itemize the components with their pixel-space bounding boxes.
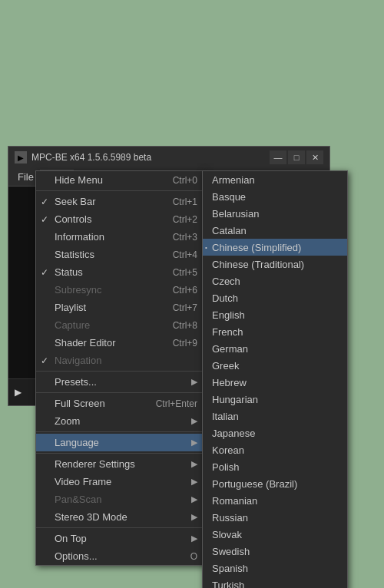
lang-item-turkish[interactable]: Turkish bbox=[203, 576, 347, 588]
shortcut-status: Ctrl+5 bbox=[173, 267, 197, 278]
lang-item-greek[interactable]: Greek bbox=[203, 357, 347, 374]
lang-item-dutch[interactable]: Dutch bbox=[203, 289, 347, 306]
view-menu-item-capture: CaptureCtrl+8 bbox=[36, 316, 204, 334]
lang-item-slovak[interactable]: Slovak bbox=[203, 526, 347, 543]
lang-item-belarusian[interactable]: Belarusian bbox=[203, 205, 347, 222]
view-menu-item-full-screen[interactable]: Full ScreenCtrl+Enter bbox=[36, 395, 204, 412]
lang-item-english[interactable]: English bbox=[203, 306, 347, 323]
app-title: MPC-BE x64 1.5.6.5989 beta bbox=[31, 152, 265, 163]
lang-item-polish[interactable]: Polish bbox=[203, 458, 347, 475]
view-menu-item-video-frame[interactable]: Video Frame▶ bbox=[36, 473, 204, 491]
label-statistics: Statistics bbox=[55, 249, 157, 260]
restore-button[interactable]: □ bbox=[288, 150, 305, 164]
lang-label-22: Swedish bbox=[212, 546, 250, 557]
play-button[interactable]: ▶ bbox=[15, 387, 22, 398]
view-menu-dropdown: Hide MenuCtrl+0✓Seek BarCtrl+1✓ControlsC… bbox=[35, 170, 204, 566]
lang-item-japanese[interactable]: Japanese bbox=[203, 424, 347, 441]
shortcut-information: Ctrl+3 bbox=[173, 232, 197, 243]
view-menu-item-playlist[interactable]: PlaylistCtrl+7 bbox=[36, 299, 204, 316]
lang-label-3: Catalan bbox=[212, 225, 247, 236]
lang-item-hebrew[interactable]: Hebrew bbox=[203, 374, 347, 391]
lang-item-chinese--simplified-[interactable]: •Chinese (Simplified) bbox=[203, 239, 347, 256]
view-menu-item-seek-bar[interactable]: ✓Seek BarCtrl+1 bbox=[36, 193, 204, 210]
shortcut-subresync: Ctrl+6 bbox=[173, 285, 197, 296]
view-menu-item-controls[interactable]: ✓ControlsCtrl+2 bbox=[36, 210, 204, 228]
label-renderer-settings: Renderer Settings bbox=[55, 458, 188, 470]
shortcut-seek-bar: Ctrl+1 bbox=[173, 197, 197, 207]
lang-label-12: Hebrew bbox=[212, 377, 247, 388]
lang-label-7: Dutch bbox=[212, 292, 238, 304]
lang-item-russian[interactable]: Russian bbox=[203, 509, 347, 526]
view-menu-item-options[interactable]: Options...O bbox=[36, 547, 204, 565]
label-status: Status bbox=[55, 266, 157, 278]
label-seek-bar: Seek Bar bbox=[55, 196, 157, 207]
close-button[interactable]: ✕ bbox=[306, 150, 323, 164]
view-menu-item-language[interactable]: Language▶ bbox=[36, 434, 204, 451]
lang-label-0: Armenian bbox=[212, 174, 255, 186]
view-menu-item-renderer-settings[interactable]: Renderer Settings▶ bbox=[36, 455, 204, 473]
lang-item-romanian[interactable]: Romanian bbox=[203, 492, 347, 509]
shortcut-statistics: Ctrl+4 bbox=[173, 249, 197, 260]
lang-label-24: Turkish bbox=[212, 580, 244, 589]
lang-label-1: Basque bbox=[212, 191, 246, 203]
view-menu-item-hide-menu[interactable]: Hide MenuCtrl+0 bbox=[36, 171, 204, 189]
language-submenu: ArmenianBasqueBelarusianCatalan•Chinese … bbox=[202, 170, 348, 588]
divider-after-stereo-3d bbox=[36, 527, 204, 528]
lang-label-10: German bbox=[212, 343, 248, 355]
check-status: ✓ bbox=[41, 267, 48, 278]
divider-after-presets bbox=[36, 392, 204, 393]
view-menu-item-zoom[interactable]: Zoom▶ bbox=[36, 412, 204, 430]
view-menu-item-on-top[interactable]: On Top▶ bbox=[36, 530, 204, 547]
label-options: Options... bbox=[55, 550, 175, 562]
divider-after-hide-menu bbox=[36, 190, 204, 191]
shortcut-controls: Ctrl+2 bbox=[173, 214, 197, 225]
minimize-button[interactable]: — bbox=[270, 150, 286, 164]
lang-item-armenian[interactable]: Armenian bbox=[203, 171, 347, 188]
label-presets: Presets... bbox=[55, 376, 188, 388]
view-menu-item-information[interactable]: InformationCtrl+3 bbox=[36, 228, 204, 246]
shortcut-full-screen: Ctrl+Enter bbox=[156, 398, 197, 409]
label-capture: Capture bbox=[55, 319, 157, 331]
app-icon-symbol: ▶ bbox=[18, 154, 24, 162]
arrow-icon-video-frame: ▶ bbox=[191, 477, 197, 487]
lang-item-czech[interactable]: Czech bbox=[203, 273, 347, 289]
title-bar: ▶ MPC-BE x64 1.5.6.5989 beta — □ ✕ bbox=[8, 147, 329, 168]
lang-item-portuguese--brazil-[interactable]: Portuguese (Brazil) bbox=[203, 475, 347, 492]
view-menu-item-pan-scan: Pan&Scan▶ bbox=[36, 491, 204, 508]
view-menu-item-status[interactable]: ✓StatusCtrl+5 bbox=[36, 263, 204, 281]
lang-item-korean[interactable]: Korean bbox=[203, 441, 347, 458]
lang-label-23: Spanish bbox=[212, 563, 248, 574]
lang-item-italian[interactable]: Italian bbox=[203, 408, 347, 424]
lang-item-chinese--traditional-[interactable]: Chinese (Traditional) bbox=[203, 256, 347, 273]
view-menu-item-presets[interactable]: Presets...▶ bbox=[36, 373, 204, 391]
lang-label-19: Romanian bbox=[212, 495, 257, 507]
lang-label-2: Belarusian bbox=[212, 208, 259, 220]
view-menu-item-statistics[interactable]: StatisticsCtrl+4 bbox=[36, 246, 204, 263]
lang-item-hungarian[interactable]: Hungarian bbox=[203, 391, 347, 408]
selected-bullet: • bbox=[205, 244, 207, 251]
lang-item-german[interactable]: German bbox=[203, 340, 347, 357]
lang-label-14: Italian bbox=[212, 411, 239, 422]
lang-label-6: Czech bbox=[212, 276, 240, 287]
lang-label-8: English bbox=[212, 309, 245, 321]
lang-item-spanish[interactable]: Spanish bbox=[203, 560, 347, 576]
lang-item-basque[interactable]: Basque bbox=[203, 188, 347, 205]
lang-item-catalan[interactable]: Catalan bbox=[203, 222, 347, 239]
lang-item-french[interactable]: French bbox=[203, 323, 347, 340]
lang-label-5: Chinese (Traditional) bbox=[212, 259, 304, 270]
divider-after-zoom bbox=[36, 431, 204, 432]
lang-label-21: Slovak bbox=[212, 529, 242, 540]
view-menu-item-stereo-3d[interactable]: Stereo 3D Mode▶ bbox=[36, 508, 204, 526]
lang-label-17: Polish bbox=[212, 461, 239, 473]
shortcut-hide-menu: Ctrl+0 bbox=[173, 175, 197, 186]
label-on-top: On Top bbox=[55, 533, 188, 544]
app-icon: ▶ bbox=[15, 151, 27, 164]
arrow-icon-zoom: ▶ bbox=[191, 416, 197, 426]
lang-item-swedish[interactable]: Swedish bbox=[203, 543, 347, 560]
check-seek-bar: ✓ bbox=[41, 197, 48, 207]
lang-label-13: Hungarian bbox=[212, 394, 258, 405]
view-menu-item-shader-editor[interactable]: Shader EditorCtrl+9 bbox=[36, 334, 204, 352]
window-controls: — □ ✕ bbox=[270, 150, 323, 164]
lang-label-15: Japanese bbox=[212, 428, 255, 439]
label-stereo-3d: Stereo 3D Mode bbox=[55, 511, 188, 523]
